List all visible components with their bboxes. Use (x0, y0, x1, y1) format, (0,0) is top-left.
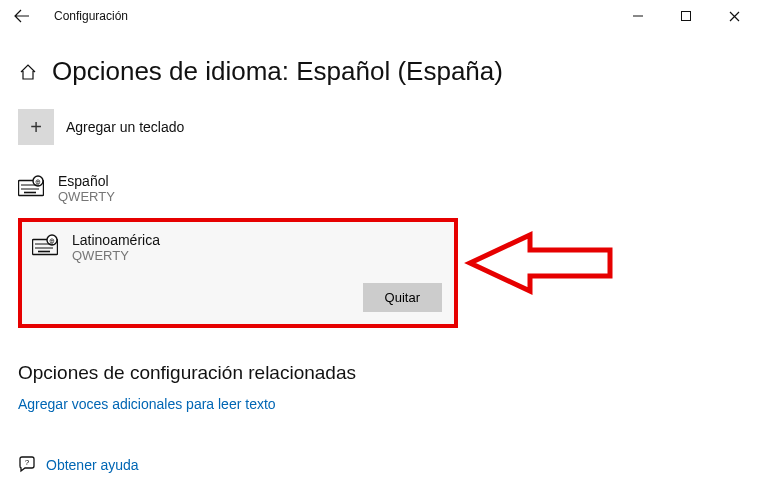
svg-text:⊕: ⊕ (35, 178, 41, 185)
keyboard-item-espanol[interactable]: ⊕ Español QWERTY (18, 171, 750, 218)
svg-rect-1 (682, 12, 691, 21)
close-icon (729, 11, 740, 22)
keyboard-name: Español (58, 173, 115, 189)
add-keyboard-label: Agregar un teclado (66, 119, 184, 135)
minimize-button[interactable] (620, 2, 656, 30)
get-help-link[interactable]: ? Obtener ayuda (18, 456, 750, 474)
home-icon (19, 63, 37, 81)
svg-text:?: ? (25, 458, 30, 467)
help-chat-icon: ? (18, 456, 36, 474)
add-voices-link[interactable]: Agregar voces adicionales para leer text… (18, 396, 750, 412)
back-arrow-icon (14, 8, 30, 24)
keyboard-item-latinoamerica[interactable]: ⊕ Latinoamérica QWERTY (32, 232, 442, 263)
maximize-icon (681, 11, 691, 21)
selected-keyboard-panel: ⊕ Latinoamérica QWERTY Quitar (18, 218, 458, 328)
keyboard-layout: QWERTY (72, 248, 160, 263)
page-header: Opciones de idioma: Español (España) (18, 56, 750, 87)
home-button[interactable] (18, 63, 38, 81)
minimize-icon (633, 11, 643, 21)
annotation-arrow-icon (460, 215, 620, 311)
keyboard-icon: ⊕ (18, 175, 46, 197)
related-settings-heading: Opciones de configuración relacionadas (18, 362, 750, 384)
plus-icon: + (18, 109, 54, 145)
remove-keyboard-button[interactable]: Quitar (363, 283, 442, 312)
svg-text:⊕: ⊕ (49, 237, 55, 244)
back-button[interactable] (8, 2, 36, 30)
keyboard-name: Latinoamérica (72, 232, 160, 248)
window-controls (620, 2, 760, 30)
keyboard-icon: ⊕ (32, 234, 60, 256)
add-keyboard-button[interactable]: + Agregar un teclado (18, 109, 750, 145)
link-text: Agregar voces adicionales para leer text… (18, 396, 276, 412)
window-title: Configuración (54, 9, 128, 23)
page-title: Opciones de idioma: Español (España) (52, 56, 503, 87)
keyboard-layout: QWERTY (58, 189, 115, 204)
help-label: Obtener ayuda (46, 457, 139, 473)
close-button[interactable] (716, 2, 752, 30)
maximize-button[interactable] (668, 2, 704, 30)
titlebar: Configuración (0, 0, 768, 32)
